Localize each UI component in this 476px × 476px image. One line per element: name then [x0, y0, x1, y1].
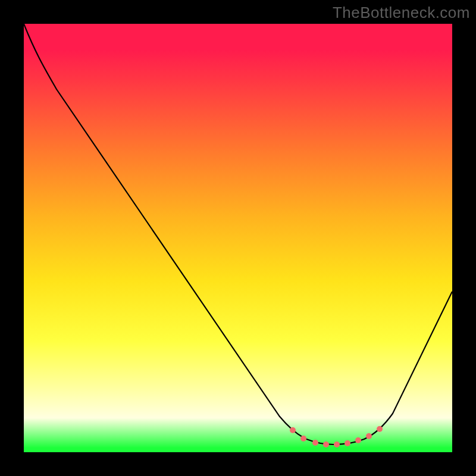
- valley-marker: [377, 426, 383, 432]
- curve-layer: [24, 24, 452, 452]
- valley-marker-group: [290, 426, 383, 447]
- valley-marker: [345, 440, 350, 446]
- bottleneck-curve-path: [24, 24, 452, 444]
- valley-marker: [366, 433, 372, 439]
- plot-area: [24, 24, 452, 452]
- valley-marker: [323, 441, 329, 447]
- valley-marker: [300, 436, 306, 441]
- valley-marker: [290, 427, 296, 433]
- watermark-text: TheBottleneck.com: [333, 4, 470, 22]
- valley-marker: [334, 441, 340, 447]
- valley-marker: [312, 440, 318, 446]
- valley-marker: [355, 437, 361, 443]
- chart-stage: TheBottleneck.com: [0, 0, 476, 476]
